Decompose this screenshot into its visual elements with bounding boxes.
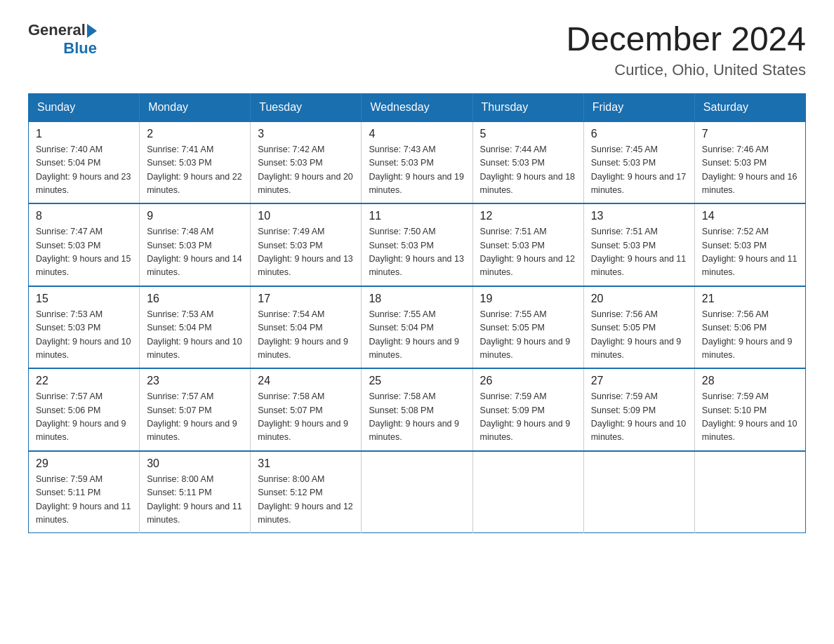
calendar-cell: 28Sunrise: 7:59 AMSunset: 5:10 PMDayligh… <box>694 368 805 451</box>
calendar-cell: 29Sunrise: 7:59 AMSunset: 5:11 PMDayligh… <box>29 451 140 533</box>
day-number: 16 <box>147 293 243 305</box>
calendar-cell: 1Sunrise: 7:40 AMSunset: 5:04 PMDaylight… <box>29 121 140 204</box>
day-number: 2 <box>147 128 243 140</box>
day-number: 28 <box>702 375 798 387</box>
day-info: Sunrise: 7:53 AMSunset: 5:03 PMDaylight:… <box>36 308 132 363</box>
day-info: Sunrise: 7:47 AMSunset: 5:03 PMDaylight:… <box>36 225 132 280</box>
day-info: Sunrise: 7:51 AMSunset: 5:03 PMDaylight:… <box>591 225 687 280</box>
calendar-cell: 14Sunrise: 7:52 AMSunset: 5:03 PMDayligh… <box>694 203 805 286</box>
calendar-week-row: 29Sunrise: 7:59 AMSunset: 5:11 PMDayligh… <box>29 451 806 533</box>
day-number: 4 <box>369 128 465 140</box>
day-info: Sunrise: 7:59 AMSunset: 5:11 PMDaylight:… <box>36 473 132 528</box>
day-number: 23 <box>147 375 243 387</box>
column-header-tuesday: Tuesday <box>251 93 362 121</box>
calendar-cell: 4Sunrise: 7:43 AMSunset: 5:03 PMDaylight… <box>362 121 472 204</box>
day-number: 30 <box>147 457 243 470</box>
day-number: 31 <box>258 457 354 470</box>
day-number: 14 <box>702 210 798 222</box>
day-number: 20 <box>591 293 687 305</box>
logo-general-text: General <box>28 21 86 39</box>
page-header: General Blue December 2024 Curtice, Ohio… <box>28 21 806 79</box>
calendar-cell: 25Sunrise: 7:58 AMSunset: 5:08 PMDayligh… <box>362 368 472 451</box>
calendar-cell: 8Sunrise: 7:47 AMSunset: 5:03 PMDaylight… <box>29 203 140 286</box>
day-info: Sunrise: 7:59 AMSunset: 5:10 PMDaylight:… <box>702 390 798 445</box>
day-number: 15 <box>36 293 132 305</box>
calendar-cell: 24Sunrise: 7:58 AMSunset: 5:07 PMDayligh… <box>251 368 362 451</box>
calendar-cell: 22Sunrise: 7:57 AMSunset: 5:06 PMDayligh… <box>29 368 140 451</box>
day-info: Sunrise: 7:46 AMSunset: 5:03 PMDaylight:… <box>702 143 798 198</box>
day-info: Sunrise: 7:49 AMSunset: 5:03 PMDaylight:… <box>258 225 354 280</box>
day-info: Sunrise: 7:58 AMSunset: 5:07 PMDaylight:… <box>258 390 354 445</box>
day-info: Sunrise: 7:55 AMSunset: 5:05 PMDaylight:… <box>480 308 576 363</box>
day-number: 11 <box>369 210 465 222</box>
calendar-cell: 9Sunrise: 7:48 AMSunset: 5:03 PMDaylight… <box>140 203 251 286</box>
calendar-cell: 30Sunrise: 8:00 AMSunset: 5:11 PMDayligh… <box>140 451 251 533</box>
calendar-cell <box>694 451 805 533</box>
day-number: 24 <box>258 375 354 387</box>
calendar-cell: 13Sunrise: 7:51 AMSunset: 5:03 PMDayligh… <box>583 203 694 286</box>
day-number: 6 <box>591 128 687 140</box>
calendar-cell: 21Sunrise: 7:56 AMSunset: 5:06 PMDayligh… <box>694 286 805 369</box>
day-number: 22 <box>36 375 132 387</box>
day-number: 21 <box>702 293 798 305</box>
day-info: Sunrise: 8:00 AMSunset: 5:11 PMDaylight:… <box>147 473 243 528</box>
day-number: 5 <box>480 128 576 140</box>
day-info: Sunrise: 8:00 AMSunset: 5:12 PMDaylight:… <box>258 473 354 528</box>
day-info: Sunrise: 7:57 AMSunset: 5:07 PMDaylight:… <box>147 390 243 445</box>
day-number: 19 <box>480 293 576 305</box>
calendar-week-row: 15Sunrise: 7:53 AMSunset: 5:03 PMDayligh… <box>29 286 806 369</box>
calendar-cell <box>362 451 472 533</box>
day-number: 1 <box>36 128 132 140</box>
column-header-saturday: Saturday <box>694 93 805 121</box>
calendar-cell: 16Sunrise: 7:53 AMSunset: 5:04 PMDayligh… <box>140 286 251 369</box>
day-number: 18 <box>369 293 465 305</box>
calendar-cell: 12Sunrise: 7:51 AMSunset: 5:03 PMDayligh… <box>472 203 583 286</box>
calendar-cell <box>583 451 694 533</box>
title-block: December 2024 Curtice, Ohio, United Stat… <box>566 21 806 79</box>
day-info: Sunrise: 7:57 AMSunset: 5:06 PMDaylight:… <box>36 390 132 445</box>
calendar-cell: 10Sunrise: 7:49 AMSunset: 5:03 PMDayligh… <box>251 203 362 286</box>
day-number: 10 <box>258 210 354 222</box>
day-number: 8 <box>36 210 132 222</box>
calendar-cell: 18Sunrise: 7:55 AMSunset: 5:04 PMDayligh… <box>362 286 472 369</box>
calendar-week-row: 8Sunrise: 7:47 AMSunset: 5:03 PMDaylight… <box>29 203 806 286</box>
logo: General Blue <box>28 21 97 58</box>
calendar-cell: 31Sunrise: 8:00 AMSunset: 5:12 PMDayligh… <box>251 451 362 533</box>
calendar-cell: 7Sunrise: 7:46 AMSunset: 5:03 PMDaylight… <box>694 121 805 204</box>
column-header-sunday: Sunday <box>29 93 140 121</box>
column-header-friday: Friday <box>583 93 694 121</box>
day-info: Sunrise: 7:58 AMSunset: 5:08 PMDaylight:… <box>369 390 465 445</box>
day-info: Sunrise: 7:51 AMSunset: 5:03 PMDaylight:… <box>480 225 576 280</box>
day-number: 27 <box>591 375 687 387</box>
calendar-week-row: 1Sunrise: 7:40 AMSunset: 5:04 PMDaylight… <box>29 121 806 204</box>
day-number: 26 <box>480 375 576 387</box>
day-info: Sunrise: 7:55 AMSunset: 5:04 PMDaylight:… <box>369 308 465 363</box>
calendar-cell: 26Sunrise: 7:59 AMSunset: 5:09 PMDayligh… <box>472 368 583 451</box>
calendar-subtitle: Curtice, Ohio, United States <box>566 61 806 79</box>
day-info: Sunrise: 7:50 AMSunset: 5:03 PMDaylight:… <box>369 225 465 280</box>
calendar-cell: 23Sunrise: 7:57 AMSunset: 5:07 PMDayligh… <box>140 368 251 451</box>
calendar-cell: 3Sunrise: 7:42 AMSunset: 5:03 PMDaylight… <box>251 121 362 204</box>
day-info: Sunrise: 7:54 AMSunset: 5:04 PMDaylight:… <box>258 308 354 363</box>
logo-blue-text: Blue <box>63 39 97 58</box>
day-info: Sunrise: 7:44 AMSunset: 5:03 PMDaylight:… <box>480 143 576 198</box>
day-number: 29 <box>36 457 132 470</box>
calendar-cell: 17Sunrise: 7:54 AMSunset: 5:04 PMDayligh… <box>251 286 362 369</box>
calendar-cell: 27Sunrise: 7:59 AMSunset: 5:09 PMDayligh… <box>583 368 694 451</box>
day-info: Sunrise: 7:40 AMSunset: 5:04 PMDaylight:… <box>36 143 132 198</box>
day-info: Sunrise: 7:43 AMSunset: 5:03 PMDaylight:… <box>369 143 465 198</box>
calendar-cell <box>472 451 583 533</box>
day-number: 25 <box>369 375 465 387</box>
calendar-header-row: SundayMondayTuesdayWednesdayThursdayFrid… <box>29 93 806 121</box>
calendar-week-row: 22Sunrise: 7:57 AMSunset: 5:06 PMDayligh… <box>29 368 806 451</box>
calendar-cell: 5Sunrise: 7:44 AMSunset: 5:03 PMDaylight… <box>472 121 583 204</box>
day-number: 13 <box>591 210 687 222</box>
column-header-wednesday: Wednesday <box>362 93 472 121</box>
day-info: Sunrise: 7:56 AMSunset: 5:06 PMDaylight:… <box>702 308 798 363</box>
calendar-table: SundayMondayTuesdayWednesdayThursdayFrid… <box>28 93 806 534</box>
calendar-cell: 15Sunrise: 7:53 AMSunset: 5:03 PMDayligh… <box>29 286 140 369</box>
calendar-cell: 6Sunrise: 7:45 AMSunset: 5:03 PMDaylight… <box>583 121 694 204</box>
day-info: Sunrise: 7:52 AMSunset: 5:03 PMDaylight:… <box>702 225 798 280</box>
day-number: 12 <box>480 210 576 222</box>
column-header-monday: Monday <box>140 93 251 121</box>
